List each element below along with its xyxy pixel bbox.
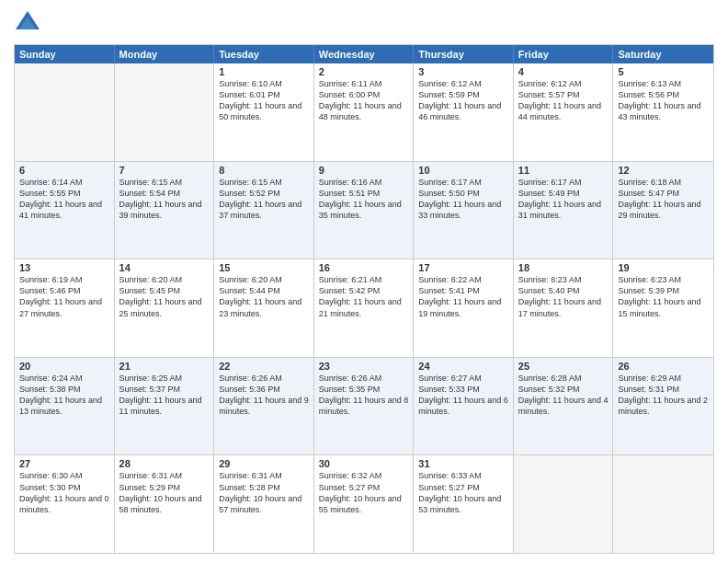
day-number: 11 [518,165,609,176]
calendar-cell: 7Sunrise: 6:15 AM Sunset: 5:54 PM Daylig… [115,162,215,259]
calendar-cell [15,63,115,161]
calendar-cell: 18Sunrise: 6:23 AM Sunset: 5:40 PM Dayli… [514,259,614,357]
cell-detail: Sunrise: 6:14 AM Sunset: 5:55 PM Dayligh… [19,177,109,222]
cell-detail: Sunrise: 6:23 AM Sunset: 5:39 PM Dayligh… [618,274,709,319]
cell-detail: Sunrise: 6:18 AM Sunset: 5:47 PM Dayligh… [618,177,709,222]
day-number: 8 [219,165,309,176]
cell-detail: Sunrise: 6:15 AM Sunset: 5:54 PM Dayligh… [119,177,210,222]
cell-detail: Sunrise: 6:15 AM Sunset: 5:52 PM Dayligh… [219,177,309,222]
cell-detail: Sunrise: 6:23 AM Sunset: 5:40 PM Dayligh… [518,274,609,319]
calendar-cell: 6Sunrise: 6:14 AM Sunset: 5:55 PM Daylig… [15,162,115,259]
calendar-row: 27Sunrise: 6:30 AM Sunset: 5:30 PM Dayli… [15,454,713,553]
day-number: 1 [219,66,309,77]
day-number: 6 [19,165,109,176]
calendar-cell: 3Sunrise: 6:12 AM Sunset: 5:59 PM Daylig… [414,63,514,161]
calendar-cell: 27Sunrise: 6:30 AM Sunset: 5:30 PM Dayli… [15,455,115,553]
header [14,9,714,37]
day-number: 18 [518,262,609,273]
calendar-cell: 2Sunrise: 6:11 AM Sunset: 6:00 PM Daylig… [314,63,415,161]
day-number: 4 [518,66,609,77]
weekday-header: Saturday [613,45,713,63]
day-number: 23 [319,361,409,372]
calendar-cell [514,455,614,553]
calendar-cell: 4Sunrise: 6:12 AM Sunset: 5:57 PM Daylig… [514,63,614,161]
cell-detail: Sunrise: 6:32 AM Sunset: 5:27 PM Dayligh… [319,470,409,515]
day-number: 12 [618,165,709,176]
day-number: 15 [219,262,309,273]
cell-detail: Sunrise: 6:27 AM Sunset: 5:33 PM Dayligh… [418,373,508,418]
day-number: 21 [119,361,210,372]
day-number: 26 [618,361,709,372]
cell-detail: Sunrise: 6:20 AM Sunset: 5:45 PM Dayligh… [119,274,210,319]
cell-detail: Sunrise: 6:28 AM Sunset: 5:32 PM Dayligh… [518,373,609,418]
day-number: 13 [19,262,109,273]
day-number: 2 [319,66,409,77]
calendar-header: SundayMondayTuesdayWednesdayThursdayFrid… [15,45,713,63]
calendar-row: 1Sunrise: 6:10 AM Sunset: 6:01 PM Daylig… [15,63,713,161]
logo [14,9,45,37]
day-number: 22 [219,361,309,372]
cell-detail: Sunrise: 6:29 AM Sunset: 5:31 PM Dayligh… [618,373,709,418]
calendar-cell: 16Sunrise: 6:21 AM Sunset: 5:42 PM Dayli… [314,259,415,357]
cell-detail: Sunrise: 6:17 AM Sunset: 5:50 PM Dayligh… [418,177,508,222]
calendar-cell: 8Sunrise: 6:15 AM Sunset: 5:52 PM Daylig… [214,162,314,259]
weekday-header: Thursday [414,45,514,63]
calendar-cell: 31Sunrise: 6:33 AM Sunset: 5:27 PM Dayli… [414,455,514,553]
calendar-cell: 17Sunrise: 6:22 AM Sunset: 5:41 PM Dayli… [414,259,514,357]
day-number: 14 [119,262,210,273]
calendar-row: 20Sunrise: 6:24 AM Sunset: 5:38 PM Dayli… [15,357,713,455]
cell-detail: Sunrise: 6:12 AM Sunset: 5:59 PM Dayligh… [418,78,508,123]
cell-detail: Sunrise: 6:31 AM Sunset: 5:29 PM Dayligh… [119,470,210,515]
calendar-cell [613,455,713,553]
calendar-row: 6Sunrise: 6:14 AM Sunset: 5:55 PM Daylig… [15,161,713,259]
cell-detail: Sunrise: 6:31 AM Sunset: 5:28 PM Dayligh… [219,470,309,515]
calendar-cell: 24Sunrise: 6:27 AM Sunset: 5:33 PM Dayli… [414,358,514,455]
cell-detail: Sunrise: 6:19 AM Sunset: 5:46 PM Dayligh… [19,274,109,319]
weekday-header: Monday [115,45,215,63]
calendar-cell: 23Sunrise: 6:26 AM Sunset: 5:35 PM Dayli… [314,358,415,455]
calendar-cell: 21Sunrise: 6:25 AM Sunset: 5:37 PM Dayli… [115,358,215,455]
day-number: 17 [418,262,508,273]
calendar-cell [115,63,215,161]
day-number: 3 [418,66,508,77]
day-number: 16 [319,262,409,273]
day-number: 5 [618,66,709,77]
cell-detail: Sunrise: 6:10 AM Sunset: 6:01 PM Dayligh… [219,78,309,123]
calendar-row: 13Sunrise: 6:19 AM Sunset: 5:46 PM Dayli… [15,259,713,357]
day-number: 29 [219,458,309,469]
calendar-cell: 20Sunrise: 6:24 AM Sunset: 5:38 PM Dayli… [15,358,115,455]
cell-detail: Sunrise: 6:17 AM Sunset: 5:49 PM Dayligh… [518,177,609,222]
cell-detail: Sunrise: 6:11 AM Sunset: 6:00 PM Dayligh… [319,78,409,123]
calendar-cell: 14Sunrise: 6:20 AM Sunset: 5:45 PM Dayli… [115,259,215,357]
cell-detail: Sunrise: 6:33 AM Sunset: 5:27 PM Dayligh… [418,470,508,515]
day-number: 31 [418,458,508,469]
day-number: 27 [19,458,109,469]
calendar-cell: 28Sunrise: 6:31 AM Sunset: 5:29 PM Dayli… [115,455,215,553]
day-number: 25 [518,361,609,372]
calendar-cell: 19Sunrise: 6:23 AM Sunset: 5:39 PM Dayli… [613,259,713,357]
day-number: 24 [418,361,508,372]
cell-detail: Sunrise: 6:12 AM Sunset: 5:57 PM Dayligh… [518,78,609,123]
day-number: 19 [618,262,709,273]
weekday-header: Wednesday [314,45,415,63]
calendar-cell: 11Sunrise: 6:17 AM Sunset: 5:49 PM Dayli… [514,162,614,259]
cell-detail: Sunrise: 6:26 AM Sunset: 5:36 PM Dayligh… [219,373,309,418]
calendar-body: 1Sunrise: 6:10 AM Sunset: 6:01 PM Daylig… [15,63,713,553]
calendar-cell: 5Sunrise: 6:13 AM Sunset: 5:56 PM Daylig… [613,63,713,161]
calendar-cell: 29Sunrise: 6:31 AM Sunset: 5:28 PM Dayli… [214,455,314,553]
weekday-header: Friday [514,45,614,63]
cell-detail: Sunrise: 6:16 AM Sunset: 5:51 PM Dayligh… [319,177,409,222]
day-number: 28 [119,458,210,469]
day-number: 9 [319,165,409,176]
weekday-header: Sunday [15,45,115,63]
calendar-cell: 13Sunrise: 6:19 AM Sunset: 5:46 PM Dayli… [15,259,115,357]
day-number: 30 [319,458,409,469]
calendar-cell: 9Sunrise: 6:16 AM Sunset: 5:51 PM Daylig… [314,162,415,259]
calendar-cell: 15Sunrise: 6:20 AM Sunset: 5:44 PM Dayli… [214,259,314,357]
cell-detail: Sunrise: 6:24 AM Sunset: 5:38 PM Dayligh… [19,373,109,418]
day-number: 7 [119,165,210,176]
cell-detail: Sunrise: 6:25 AM Sunset: 5:37 PM Dayligh… [119,373,210,418]
day-number: 10 [418,165,508,176]
calendar-cell: 30Sunrise: 6:32 AM Sunset: 5:27 PM Dayli… [314,455,415,553]
cell-detail: Sunrise: 6:20 AM Sunset: 5:44 PM Dayligh… [219,274,309,319]
